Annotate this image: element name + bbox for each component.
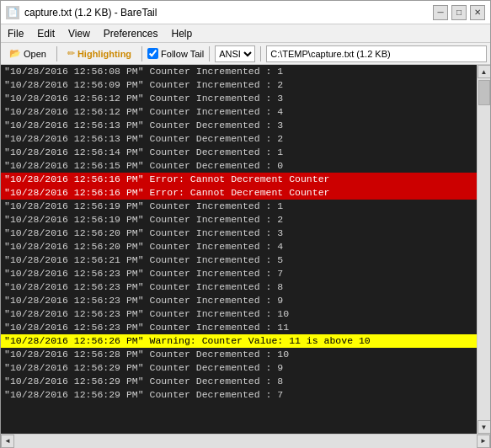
menu-file[interactable]: File	[4, 27, 27, 40]
app-icon: 📄	[6, 6, 19, 19]
highlighting-button[interactable]: ✏ Highlighting	[62, 45, 136, 61]
menu-edit[interactable]: Edit	[34, 27, 58, 40]
follow-tail-checkbox[interactable]: Follow Tail	[147, 48, 204, 59]
window-title: capture.txt (1.2 KB) - BareTail	[24, 7, 157, 19]
scroll-down-arrow[interactable]: ▼	[478, 420, 491, 434]
toolbar-separator-2	[141, 46, 142, 61]
log-line: "10/28/2016 12:56:13 PM" Counter Decreme…	[1, 132, 477, 146]
main-window: 📄 capture.txt (1.2 KB) - BareTail ─ □ ✕ …	[0, 0, 491, 448]
follow-tail-label: Follow Tail	[161, 49, 204, 59]
open-label: Open	[24, 49, 46, 59]
log-line: "10/28/2016 12:56:08 PM" Counter Increme…	[1, 65, 477, 78]
path-display: C:\TEMP\capture.txt (1.2 KB)	[266, 45, 487, 62]
log-line: "10/28/2016 12:56:16 PM" Error: Cannot D…	[1, 173, 477, 186]
log-line: "10/28/2016 12:56:23 PM" Counter Increme…	[1, 280, 477, 294]
title-bar-left: 📄 capture.txt (1.2 KB) - BareTail	[6, 6, 157, 19]
log-line: "10/28/2016 12:56:15 PM" Counter Decreme…	[1, 159, 477, 173]
ansi-select[interactable]: ANSI	[215, 45, 255, 62]
log-line: "10/28/2016 12:56:19 PM" Counter Increme…	[1, 213, 477, 227]
horizontal-scrollbar[interactable]: ◄ ►	[1, 434, 490, 447]
menu-view[interactable]: View	[65, 27, 93, 40]
log-line: "10/28/2016 12:56:12 PM" Counter Increme…	[1, 92, 477, 105]
toolbar: 📂 Open ✏ Highlighting Follow Tail ANSI C…	[1, 43, 490, 65]
log-line: "10/28/2016 12:56:29 PM" Counter Decreme…	[1, 375, 477, 388]
open-button[interactable]: 📂 Open	[4, 45, 51, 61]
toolbar-separator-3	[209, 46, 210, 61]
log-line: "10/28/2016 12:56:26 PM" Warning: Counte…	[1, 334, 477, 348]
vertical-scrollbar[interactable]: ▲ ▼	[477, 65, 490, 434]
log-line: "10/28/2016 12:56:20 PM" Counter Increme…	[1, 227, 477, 240]
log-line: "10/28/2016 12:56:21 PM" Counter Increme…	[1, 253, 477, 267]
log-content[interactable]: "10/28/2016 12:56:08 PM" Counter Increme…	[1, 65, 477, 434]
log-line: "10/28/2016 12:56:29 PM" Counter Decreme…	[1, 388, 477, 402]
log-line: "10/28/2016 12:56:23 PM" Counter Increme…	[1, 294, 477, 307]
log-line: "10/28/2016 12:56:23 PM" Counter Increme…	[1, 307, 477, 321]
log-line: "10/28/2016 12:56:23 PM" Counter Increme…	[1, 267, 477, 280]
scroll-right-arrow[interactable]: ►	[477, 435, 490, 448]
log-area: "10/28/2016 12:56:08 PM" Counter Increme…	[1, 65, 490, 434]
log-line: "10/28/2016 12:56:19 PM" Counter Increme…	[1, 200, 477, 213]
menu-preferences[interactable]: Preferences	[100, 27, 162, 40]
log-line: "10/28/2016 12:56:20 PM" Counter Increme…	[1, 240, 477, 253]
scroll-track[interactable]	[478, 78, 491, 420]
title-bar: 📄 capture.txt (1.2 KB) - BareTail ─ □ ✕	[1, 1, 490, 24]
log-line: "10/28/2016 12:56:12 PM" Counter Increme…	[1, 105, 477, 119]
menu-help[interactable]: Help	[168, 27, 196, 40]
log-line: "10/28/2016 12:56:09 PM" Counter Increme…	[1, 78, 477, 92]
close-button[interactable]: ✕	[470, 5, 485, 20]
log-line: "10/28/2016 12:56:14 PM" Counter Decreme…	[1, 146, 477, 159]
highlighting-icon: ✏	[67, 48, 75, 59]
log-line: "10/28/2016 12:56:13 PM" Counter Decreme…	[1, 119, 477, 132]
scroll-up-arrow[interactable]: ▲	[478, 65, 491, 78]
toolbar-separator-1	[56, 46, 57, 61]
log-line: "10/28/2016 12:56:29 PM" Counter Decreme…	[1, 361, 477, 375]
menu-bar: File Edit View Preferences Help	[1, 24, 490, 43]
scroll-left-arrow[interactable]: ◄	[1, 435, 14, 448]
highlighting-label: Highlighting	[77, 49, 131, 59]
title-controls: ─ □ ✕	[433, 5, 485, 20]
scroll-h-track[interactable]	[14, 435, 477, 448]
open-icon: 📂	[9, 48, 21, 59]
log-line: "10/28/2016 12:56:28 PM" Counter Decreme…	[1, 348, 477, 361]
follow-tail-check[interactable]	[147, 48, 158, 59]
log-line: "10/28/2016 12:56:16 PM" Error: Cannot D…	[1, 186, 477, 200]
log-line: "10/28/2016 12:56:23 PM" Counter Increme…	[1, 321, 477, 334]
minimize-button[interactable]: ─	[433, 5, 448, 20]
toolbar-separator-4	[260, 46, 261, 61]
maximize-button[interactable]: □	[451, 5, 467, 20]
scroll-thumb[interactable]	[478, 80, 490, 105]
